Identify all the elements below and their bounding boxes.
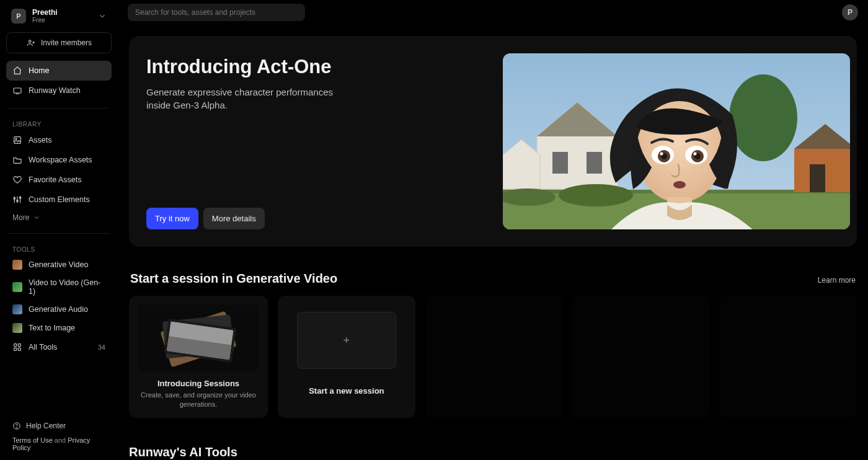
svg-rect-30 [810,164,825,192]
tool-label: All Tools [29,343,92,352]
sidebar-item-workspace-assets[interactable]: Workspace Assets [6,150,112,170]
account-name: Preethi [32,9,98,17]
chevron-down-icon [98,12,107,20]
divider [9,108,109,108]
svg-rect-3 [14,88,21,93]
legal-links: Terms of Use and Privacy Policy [9,434,109,451]
hero-image [503,53,850,229]
sidebar-item-custom-elements[interactable]: Custom Elements [6,190,112,210]
sidebar-tool-text-to-image[interactable]: Text to Image [6,319,112,337]
sidebar-item-label: Home [29,66,105,75]
more-details-button[interactable]: More details [203,208,265,229]
sidebar-item-label: Runway Watch [29,86,105,95]
try-it-now-button[interactable]: Try it now [146,208,198,229]
card-title: Introducing Sessions [157,379,239,388]
tool-swatch-icon [12,260,22,270]
help-center-label: Help Center [26,422,66,430]
tool-swatch-icon [12,323,22,333]
svg-rect-25 [552,152,568,174]
tool-label: Generative Audio [29,305,88,314]
sidebar-item-assets[interactable]: Assets [6,130,112,150]
search-input[interactable] [128,4,305,21]
card-introducing-sessions[interactable]: + Introducing Sessions Create, save, and… [129,296,268,418]
tool-count: 34 [98,343,105,351]
tool-swatch-icon [12,304,22,314]
sidebar-item-favorite-assets[interactable]: Favorite Assets [6,170,112,190]
section-heading-library: LIBRARY [6,116,112,130]
home-icon [12,66,22,76]
hero-subtitle: Generate expressive character performanc… [146,86,351,112]
avatar: P [11,9,26,24]
generative-video-title: Start a session in Generative Video [130,272,337,286]
session-cards: + Introducing Sessions Create, save, and… [129,296,857,418]
svg-point-42 [673,181,686,188]
sidebar-more-label: More [12,213,29,222]
hero-title: Introducing Act-One [146,56,490,78]
tv-icon [12,86,22,95]
help-icon [12,422,21,430]
svg-point-18 [17,427,17,428]
sidebar-item-label: Assets [29,136,105,144]
terms-link[interactable]: Terms of Use [12,436,53,444]
sidebar-more[interactable]: More [6,210,112,226]
svg-point-31 [559,184,633,206]
grid-icon [12,342,22,352]
svg-rect-13 [14,344,17,347]
sidebar-tool-generative-video[interactable]: Generative Video [6,255,112,274]
sidebar-tool-video-to-video[interactable]: Video to Video (Gen-1) [6,274,112,300]
sidebar-tool-generative-audio[interactable]: Generative Audio [6,300,112,319]
sidebar-item-home[interactable]: Home [6,61,112,81]
svg-point-41 [694,153,697,156]
topbar: P [118,0,868,21]
sidebar-item-label: Custom Elements [29,195,105,204]
plus-icon: + [343,335,350,346]
invite-label: Invite members [41,38,92,47]
tool-label: Text to Image [29,324,75,332]
sidebar: P Preethi Free Invite members Home Runwa… [0,0,118,460]
sidebar-tool-all-tools[interactable]: All Tools 34 [6,337,112,357]
card-start-new-session[interactable]: + Start a new session [278,296,415,418]
svg-point-0 [29,40,31,43]
divider [9,233,109,234]
content: Introducing Act-One Generate expressive … [118,21,868,459]
heart-icon [12,175,22,185]
svg-rect-16 [18,348,20,351]
svg-rect-26 [587,152,602,174]
learn-more-link[interactable]: Learn more [818,276,856,285]
svg-rect-15 [14,348,17,351]
ai-tools-title: Runway's AI Tools [129,445,857,459]
tool-label: Generative Video [29,260,88,269]
user-avatar[interactable]: P [842,4,858,20]
chevron-down-icon [33,214,40,221]
hero-banner: Introducing Act-One Generate expressive … [129,36,857,247]
assets-icon [12,135,22,145]
tool-swatch-icon [12,282,22,292]
svg-point-40 [660,153,663,156]
svg-rect-5 [14,137,21,144]
card-empty-slot [572,296,709,418]
svg-point-6 [16,138,17,139]
invite-icon [26,38,36,48]
card-thumbnail: + [138,304,259,371]
account-switcher[interactable]: P Preethi Free [6,5,112,27]
account-plan: Free [32,17,98,24]
help-center-link[interactable]: Help Center [9,418,109,434]
invite-members-button[interactable]: Invite members [6,32,112,53]
tool-label: Video to Video (Gen-1) [29,278,105,296]
sidebar-item-label: Workspace Assets [29,156,105,164]
card-empty-slot [425,296,562,418]
card-title: Start a new session [309,386,384,396]
section-heading-tools: TOOLS [6,241,112,255]
sidebar-item-label: Favorite Assets [29,175,105,184]
workspace-icon [12,155,22,165]
main: P Introducing Act-One Generate expressiv… [118,0,868,460]
svg-point-27 [729,74,797,161]
sliders-icon [12,195,22,205]
card-thumbnail: + [297,312,396,369]
svg-rect-14 [18,344,20,347]
card-description: Create, save, and organize your video ge… [140,391,257,409]
sidebar-item-runway-watch[interactable]: Runway Watch [6,81,112,100]
card-empty-slot [720,296,857,418]
